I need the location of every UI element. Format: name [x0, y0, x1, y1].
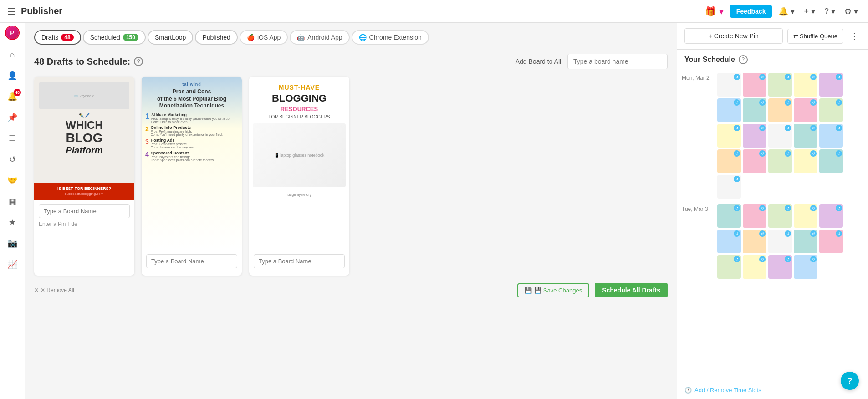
- sidebar-item-refresh[interactable]: ↺: [0, 149, 25, 170]
- schedule-help-icon[interactable]: ?: [739, 55, 748, 64]
- sidebar-item-people[interactable]: 👤: [0, 65, 25, 86]
- recycle-icon: ↺: [810, 205, 817, 211]
- remove-all-button[interactable]: ✕ ✕ Remove All: [34, 287, 74, 293]
- schedule-pin-thumb[interactable]: ↺: [768, 230, 792, 253]
- clock-icon: 🕐: [684, 387, 692, 394]
- schedule-pin-thumb[interactable]: ↺: [717, 149, 741, 173]
- schedule-pin-thumb[interactable]: ↺: [794, 255, 817, 279]
- sidebar-item-publisher[interactable]: 📌: [0, 107, 25, 128]
- tab-smartloop[interactable]: SmartLoop: [148, 30, 193, 45]
- gift-button[interactable]: 🎁 ▾: [702, 4, 726, 19]
- add-time-slots-button[interactable]: 🕐 Add / Remove Time Slots: [684, 387, 761, 394]
- tab-scheduled[interactable]: Scheduled 150: [83, 30, 146, 45]
- schedule-pin-thumb[interactable]: ↺: [743, 149, 766, 173]
- pin-1-board-input[interactable]: [39, 204, 130, 218]
- schedule-pin-thumb[interactable]: ↺: [768, 124, 792, 148]
- sidebar-item-partner[interactable]: 🤝: [0, 170, 25, 191]
- schedule-pin-thumb[interactable]: ↺: [819, 230, 843, 253]
- tab-published[interactable]: Published: [195, 30, 238, 45]
- tab-chrome-label: Chrome Extension: [369, 34, 422, 41]
- sidebar-item-star[interactable]: ★: [0, 212, 25, 233]
- schedule-pin-thumb[interactable]: ↺: [743, 98, 766, 122]
- shuffle-queue-button[interactable]: ⇄ Shuffle Queue: [787, 29, 844, 44]
- sidebar-item-home[interactable]: ⌂: [0, 45, 25, 65]
- save-changes-button[interactable]: 💾 💾 Save Changes: [517, 283, 589, 297]
- feedback-button[interactable]: Feedback: [730, 5, 772, 18]
- schedule-pin-thumb[interactable]: ↺: [717, 175, 741, 199]
- schedule-pin-thumb[interactable]: ↺: [717, 98, 741, 122]
- schedule-pin-thumb[interactable]: ↺: [768, 255, 792, 279]
- schedule-pin-thumb[interactable]: ↺: [768, 204, 792, 228]
- schedule-pin-thumb[interactable]: ↺: [794, 204, 817, 228]
- schedule-pin-thumb[interactable]: ↺: [768, 98, 792, 122]
- schedule-pin-thumb[interactable]: ↺: [794, 124, 817, 148]
- tab-android-label: Android App: [307, 34, 342, 41]
- recycle-icon: ↺: [734, 150, 740, 157]
- schedule-pin-thumb[interactable]: ↺: [717, 73, 741, 97]
- settings-button[interactable]: ⚙ ▾: [842, 5, 861, 18]
- schedule-pin-thumb[interactable]: ↺: [743, 204, 766, 228]
- star-icon: ★: [9, 217, 16, 227]
- ios-icon: 🍎: [247, 34, 255, 41]
- recycle-icon: ↺: [785, 125, 791, 131]
- day-2-label: Tue, Mar 3: [682, 204, 714, 212]
- schedule-pin-thumb[interactable]: ↺: [743, 255, 766, 279]
- pin-2-board-input[interactable]: [146, 254, 237, 268]
- notification-button[interactable]: 🔔 ▾: [776, 5, 797, 18]
- schedule-all-button[interactable]: Schedule All Drafts: [595, 283, 668, 297]
- schedule-pin-thumb[interactable]: ↺: [768, 149, 792, 173]
- schedule-pin-thumb[interactable]: ↺: [717, 230, 741, 253]
- schedule-pin-thumb[interactable]: ↺: [819, 124, 843, 148]
- recycle-icon: ↺: [759, 125, 766, 131]
- avatar[interactable]: P: [5, 26, 20, 40]
- recycle-icon: ↺: [759, 205, 766, 211]
- help-float-button[interactable]: ?: [841, 372, 859, 390]
- schedule-pin-thumb[interactable]: ↺: [768, 73, 792, 97]
- schedule-pin-thumb[interactable]: ↺: [717, 255, 741, 279]
- add-board-input[interactable]: [567, 54, 668, 69]
- schedule-pin-thumb[interactable]: ↺: [819, 204, 843, 228]
- schedule-pin-thumb[interactable]: ↺: [819, 98, 843, 122]
- recycle-icon: ↺: [734, 125, 740, 131]
- schedule-title: Your Schedule: [684, 56, 735, 64]
- schedule-pin-thumb[interactable]: ↺: [743, 73, 766, 97]
- more-options-button[interactable]: ⋮: [848, 31, 861, 41]
- pin-image-2: tailwind Pros and Consof the 6 Most Popu…: [142, 77, 242, 250]
- recycle-icon: ↺: [734, 230, 740, 237]
- tab-android[interactable]: 🤖 Android App: [290, 30, 349, 45]
- sidebar-item-analytics[interactable]: 📈: [0, 254, 25, 275]
- help-button[interactable]: ? ▾: [822, 5, 838, 18]
- schedule-footer: 🕐 Add / Remove Time Slots: [677, 381, 868, 399]
- recycle-icon: ↺: [759, 256, 766, 262]
- right-panel-header: + Create New Pin ⇄ Shuffle Queue ⋮: [677, 23, 868, 50]
- sidebar-item-notification[interactable]: 🔔 48: [0, 86, 25, 107]
- sidebar-item-instagram[interactable]: 📷: [0, 233, 25, 254]
- publisher-icon: 📌: [7, 113, 17, 123]
- analytics-icon: 📈: [7, 259, 17, 269]
- schedule-pin-thumb[interactable]: ↺: [794, 98, 817, 122]
- schedule-pin-thumb[interactable]: ↺: [743, 230, 766, 253]
- schedule-pin-thumb[interactable]: ↺: [794, 73, 817, 97]
- draft-help-icon[interactable]: ?: [134, 57, 143, 66]
- schedule-pin-thumb[interactable]: ↺: [794, 230, 817, 253]
- schedule-pin-thumb[interactable]: ↺: [819, 149, 843, 173]
- sidebar-item-lists[interactable]: ☰: [0, 128, 25, 149]
- schedule-pin-thumb[interactable]: ↺: [743, 124, 766, 148]
- pin-3-board-input[interactable]: [254, 254, 345, 268]
- schedule-pin-thumb[interactable]: ↺: [819, 73, 843, 97]
- schedule-pin-thumb[interactable]: ↺: [794, 149, 817, 173]
- schedule-pin-thumb[interactable]: ↺: [717, 204, 741, 228]
- instagram-icon: 📷: [7, 238, 17, 248]
- add-button[interactable]: + ▾: [801, 5, 818, 18]
- hamburger-icon[interactable]: ☰: [7, 6, 15, 17]
- left-panel: Drafts 48 Scheduled 150 SmartLoop Publis…: [25, 23, 677, 399]
- schedule-pin-thumb[interactable]: ↺: [717, 124, 741, 148]
- sidebar-item-grid[interactable]: ▦: [0, 191, 25, 212]
- pin-card-3-body: [249, 250, 349, 276]
- create-pin-button[interactable]: + Create New Pin: [684, 28, 783, 44]
- recycle-icon: ↺: [836, 125, 842, 131]
- tab-drafts[interactable]: Drafts 48: [34, 30, 81, 45]
- tab-chrome[interactable]: 🌐 Chrome Extension: [352, 30, 429, 45]
- remove-all-label: ✕ Remove All: [41, 287, 74, 293]
- tab-ios[interactable]: 🍎 iOS App: [240, 30, 288, 45]
